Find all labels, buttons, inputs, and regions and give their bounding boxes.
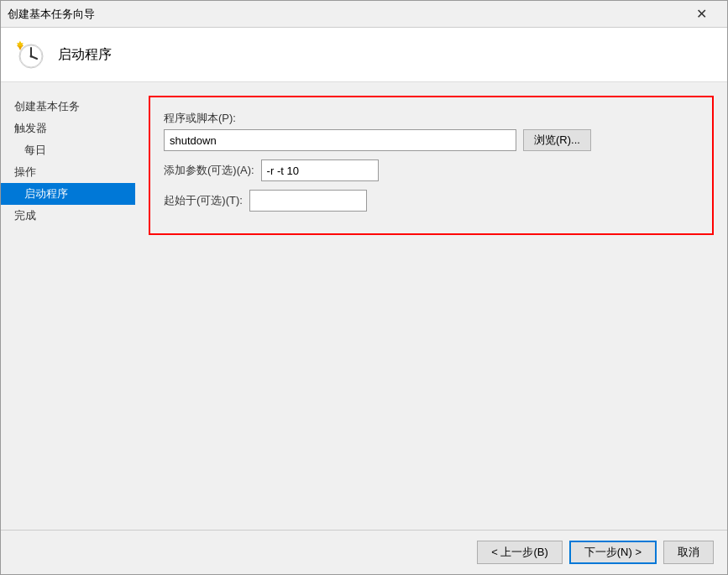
- form-box: 程序或脚本(P): 浏览(R)... 添加参数(可选)(A):: [149, 96, 714, 235]
- params-input[interactable]: [261, 159, 379, 181]
- params-row: 添加参数(可选)(A):: [164, 159, 699, 181]
- params-label: 添加参数(可选)(A):: [164, 163, 254, 178]
- main-content: 创建基本任务 触发器 每日 操作 启动程序 完成 程序或脚本(P): 浏览(R)…: [1, 82, 727, 530]
- next-button[interactable]: 下一步(N) >: [569, 541, 657, 564]
- program-input[interactable]: [164, 129, 516, 151]
- svg-point-4: [30, 55, 33, 58]
- program-row: 程序或脚本(P): 浏览(R)...: [164, 111, 699, 151]
- sidebar-item-daily[interactable]: 每日: [1, 139, 135, 161]
- footer: < 上一步(B) 下一步(N) > 取消: [1, 530, 727, 574]
- sidebar-item-start-program[interactable]: 启动程序: [1, 183, 135, 205]
- start-label: 起始于(可选)(T):: [164, 193, 243, 208]
- close-button[interactable]: ✕: [682, 1, 720, 28]
- start-input-row: 起始于(可选)(T):: [164, 190, 699, 212]
- sidebar-item-trigger[interactable]: 触发器: [1, 118, 135, 139]
- header-section: 启动程序: [1, 28, 727, 82]
- start-row: 起始于(可选)(T):: [164, 190, 699, 212]
- title-bar-left: 创建基本任务向导: [8, 7, 95, 22]
- title-bar: 创建基本任务向导 ✕: [1, 1, 727, 28]
- header-title: 启动程序: [58, 46, 112, 64]
- params-input-row: 添加参数(可选)(A):: [164, 159, 699, 181]
- sidebar-item-finish[interactable]: 完成: [1, 205, 135, 227]
- program-input-row: 浏览(R)...: [164, 129, 699, 151]
- cancel-button[interactable]: 取消: [663, 541, 714, 564]
- dialog: 创建基本任务向导 ✕ 启动程序 创建基本任务 触发器 每日: [0, 0, 728, 575]
- clock-icon: [16, 39, 46, 70]
- browse-button[interactable]: 浏览(R)...: [523, 129, 591, 151]
- start-input[interactable]: [249, 190, 367, 212]
- header-icon: [14, 38, 48, 71]
- content-area: 程序或脚本(P): 浏览(R)... 添加参数(可选)(A):: [135, 82, 727, 530]
- sidebar-item-action[interactable]: 操作: [1, 161, 135, 183]
- sidebar-item-create-task[interactable]: 创建基本任务: [1, 96, 135, 118]
- program-label: 程序或脚本(P):: [164, 111, 699, 126]
- dialog-title: 创建基本任务向导: [8, 7, 95, 22]
- back-button[interactable]: < 上一步(B): [477, 541, 563, 564]
- sidebar: 创建基本任务 触发器 每日 操作 启动程序 完成: [1, 82, 135, 530]
